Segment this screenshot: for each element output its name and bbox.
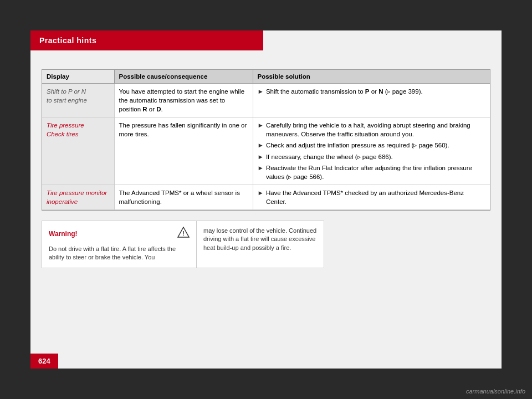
- warning-continuation-text: may lose control of the vehicle. Continu…: [197, 221, 324, 268]
- main-table: Display Possible cause/consequence Possi…: [42, 69, 490, 211]
- warning-triangle-icon: !: [177, 227, 190, 241]
- row1-display: Shift to P or Nto start engine: [42, 84, 114, 117]
- arrow-icon: ►: [258, 188, 264, 197]
- col-display-header: Display: [42, 70, 114, 84]
- row3-solution-1: ► Have the Advanced TPMS* checked by an …: [258, 188, 486, 206]
- arrow-icon: ►: [258, 163, 264, 172]
- arrow-icon: ►: [258, 121, 264, 130]
- content-area: Practical hints Display Possible cause/c…: [30, 30, 502, 369]
- row1-cause: You have attempted to start the engine w…: [114, 84, 253, 117]
- row3-display: Tire pressure monitorinoperative: [42, 185, 114, 209]
- warning-header: Warning! !: [49, 227, 190, 241]
- arrow-icon: ►: [258, 141, 264, 150]
- row2-solution-3: ► If necessary, change the wheel (▹ page…: [258, 152, 486, 161]
- col-solution-header: Possible solution: [253, 70, 490, 84]
- table-row: Tire pressure monitorinoperative The Adv…: [42, 185, 490, 209]
- page-number: 624: [38, 357, 50, 365]
- data-table: Display Possible cause/consequence Possi…: [42, 70, 490, 210]
- row1-solution-1: ► Shift the automatic transmission to P …: [258, 87, 486, 96]
- row2-solution-2: ► Check and adjust tire inflation pressu…: [258, 141, 486, 150]
- warning-section: Warning! ! Do not drive with a flat tire…: [42, 221, 490, 268]
- row2-solution-4: ► Reactivate the Run Flat Indicator afte…: [258, 163, 486, 181]
- arrow-icon: ►: [258, 152, 264, 161]
- watermark: carmanualsonline.info: [466, 388, 525, 395]
- page-background: Practical hints Display Possible cause/c…: [0, 0, 532, 399]
- warning-body-text: Do not drive with a flat tire. A flat ti…: [49, 245, 190, 262]
- row1-solutions: ► Shift the automatic transmission to P …: [253, 84, 490, 117]
- warning-box: Warning! ! Do not drive with a flat tire…: [42, 221, 197, 268]
- row3-solutions: ► Have the Advanced TPMS* checked by an …: [253, 185, 490, 209]
- row2-solutions: ► Carefully bring the vehicle to a halt,…: [253, 117, 490, 185]
- table-row: Tire pressureCheck tires The pressure ha…: [42, 117, 490, 185]
- col-cause-header: Possible cause/consequence: [114, 70, 253, 84]
- row2-cause: The pressure has fallen significantly in…: [114, 117, 253, 185]
- table-header-row: Display Possible cause/consequence Possi…: [42, 70, 490, 84]
- main-content: Display Possible cause/consequence Possi…: [30, 30, 502, 369]
- warning-title: Warning!: [49, 230, 78, 238]
- arrow-icon: ►: [258, 87, 264, 96]
- row2-solution-1: ► Carefully bring the vehicle to a halt,…: [258, 121, 486, 139]
- svg-text:!: !: [182, 230, 185, 237]
- table-row: Shift to P or Nto start engine You have …: [42, 84, 490, 117]
- row2-display: Tire pressureCheck tires: [42, 117, 114, 185]
- row3-cause: The Advanced TPMS* or a wheel sensor is …: [114, 185, 253, 209]
- page-number-box: 624: [30, 354, 58, 369]
